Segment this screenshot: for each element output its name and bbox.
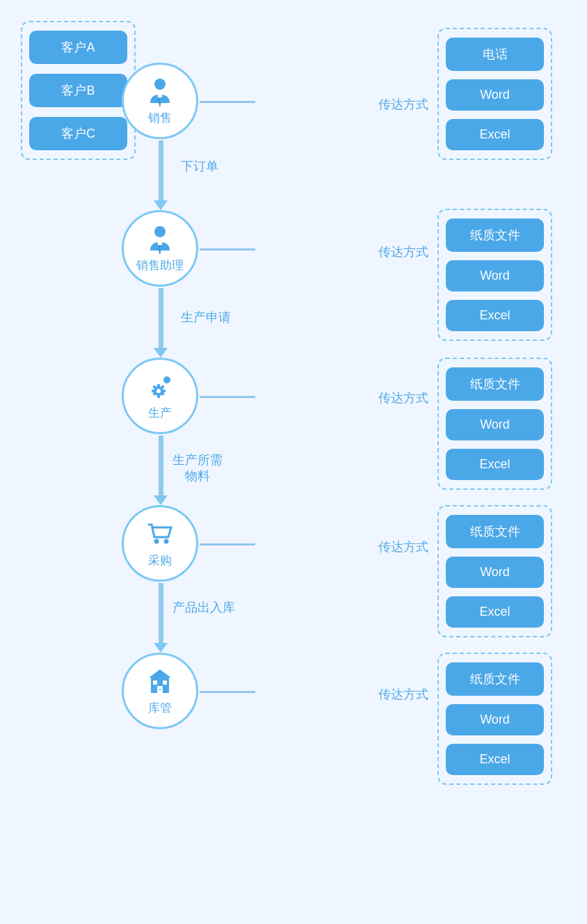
procurement-to-methods-line: [200, 543, 255, 545]
down-arrow-head-4: [154, 643, 168, 653]
methods-box-3: 纸质文件 Word Excel: [437, 358, 552, 490]
svg-point-4: [154, 226, 166, 237]
materials-label: 生产所需物料: [172, 452, 223, 485]
customer-c-button[interactable]: 客户C: [29, 117, 127, 150]
svg-rect-1: [158, 95, 162, 97]
down-arrow-2: [159, 288, 163, 351]
word-button-2[interactable]: Word: [446, 260, 544, 292]
paper-button-4[interactable]: 纸质文件: [446, 515, 544, 548]
production-to-methods-line: [200, 396, 255, 398]
word-button-4[interactable]: Word: [446, 557, 544, 588]
svg-rect-24: [153, 680, 157, 685]
sales-node: 销售: [122, 63, 198, 139]
down-arrow-4: [159, 583, 163, 646]
down-arrow-3: [159, 436, 163, 498]
assistant-to-methods-line: [200, 248, 255, 250]
methods-box-2: 纸质文件 Word Excel: [437, 209, 552, 341]
inout-label: 产品出入库: [172, 600, 235, 616]
excel-button-4[interactable]: Excel: [446, 596, 544, 628]
svg-rect-12: [157, 395, 160, 398]
customer-b-button[interactable]: 客户B: [29, 74, 127, 107]
phone-button[interactable]: 电话: [446, 38, 544, 71]
svg-point-20: [154, 539, 159, 543]
production-request-label: 生产申请: [181, 310, 231, 326]
procurement-label: 采购: [148, 552, 172, 568]
paper-button-3[interactable]: 纸质文件: [446, 367, 544, 401]
excel-button-2[interactable]: Excel: [446, 300, 544, 331]
chuanda-label-1: 传达方式: [378, 96, 428, 113]
warehouse-to-methods-line: [200, 691, 255, 693]
methods-box-5: 纸质文件 Word Excel: [437, 653, 552, 785]
svg-rect-14: [162, 390, 166, 392]
word-button-1[interactable]: Word: [446, 79, 544, 111]
svg-point-27: [159, 689, 161, 690]
chuanda-label-2: 传达方式: [378, 244, 428, 260]
chuanda-label-5: 传达方式: [378, 686, 428, 703]
methods-box-4: 纸质文件 Word Excel: [437, 505, 552, 637]
warehouse-label: 库管: [148, 700, 172, 716]
svg-point-10: [156, 389, 161, 393]
down-arrow-head-1: [154, 200, 168, 210]
down-arrow-1: [159, 141, 163, 203]
excel-button-3[interactable]: Excel: [446, 449, 544, 480]
svg-rect-5: [158, 242, 162, 245]
diagram-container: 客户A 客户B 客户C 销售 传达方式 电话 Word Excel 下订单: [0, 0, 587, 35]
paper-button-5[interactable]: 纸质文件: [446, 662, 544, 696]
svg-rect-11: [157, 384, 160, 388]
sales-to-methods-line: [200, 101, 255, 103]
methods-box-1: 电话 Word Excel: [437, 28, 552, 160]
production-label: 生产: [148, 405, 172, 421]
procurement-node: 采购: [122, 505, 198, 582]
svg-marker-22: [149, 669, 171, 678]
order-label: 下订单: [181, 159, 218, 175]
chuanda-label-4: 传达方式: [378, 539, 428, 555]
svg-point-21: [164, 539, 169, 543]
svg-rect-25: [163, 680, 167, 685]
sales-label: 销售: [148, 110, 172, 126]
sales-assistant-node: 销售助理: [122, 210, 198, 287]
excel-button-5[interactable]: Excel: [446, 744, 544, 775]
customer-a-button[interactable]: 客户A: [29, 31, 127, 64]
down-arrow-head-2: [154, 348, 168, 358]
production-node: 生产: [122, 358, 198, 434]
word-button-3[interactable]: Word: [446, 409, 544, 440]
sales-assistant-label: 销售助理: [136, 257, 184, 273]
svg-rect-13: [152, 390, 155, 392]
chuanda-label-3: 传达方式: [378, 390, 428, 406]
svg-point-0: [154, 79, 166, 90]
down-arrow-head-3: [154, 495, 168, 505]
word-button-5[interactable]: Word: [446, 704, 544, 735]
paper-button-2[interactable]: 纸质文件: [446, 218, 544, 252]
warehouse-node: 库管: [122, 653, 198, 729]
svg-point-8: [163, 376, 170, 383]
customers-box: 客户A 客户B 客户C: [21, 21, 136, 160]
excel-button-1[interactable]: Excel: [446, 119, 544, 150]
